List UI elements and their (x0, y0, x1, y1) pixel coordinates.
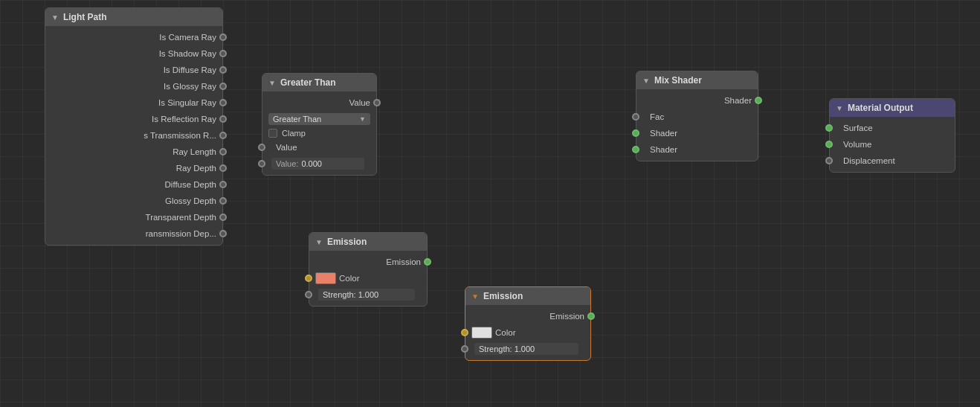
em2-strength-field[interactable]: Strength: 1.000 (474, 343, 578, 355)
gt1-dropdown-label: Greater Than (273, 115, 321, 124)
mo-body: Surface Volume Displacement (830, 117, 955, 172)
em1-row-strength: Strength: 1.000 (309, 286, 427, 303)
em1-body: Emission Color Strength: 1.000 (309, 251, 427, 306)
gt1-dropdown[interactable]: Greater Than ▼ (268, 113, 370, 125)
ms-row-shader2: Shader (636, 141, 758, 158)
lp-socket-shadow[interactable] (219, 50, 227, 57)
gt1-collapse-arrow[interactable]: ▼ (268, 79, 276, 87)
em1-socket-color[interactable] (305, 275, 312, 282)
lp-socket-camera[interactable] (219, 33, 227, 41)
gt1-socket-value-out[interactable] (373, 99, 381, 106)
ms-label-fac: Fac (650, 112, 664, 121)
node-material-output-header: ▼ Material Output (830, 99, 955, 117)
lp-label-transparentdepth: Transparent Depth (146, 213, 216, 222)
em2-strength-label: Strength: 1.000 (479, 344, 535, 353)
lp-socket-transparentdepth[interactable] (219, 214, 227, 221)
em1-color-swatch[interactable] (315, 272, 336, 284)
node-light-path-body: Is Camera Ray Is Shadow Ray Is Diffuse R… (45, 26, 222, 245)
lp-socket-transmissiondepth[interactable] (219, 230, 227, 237)
ms-socket-shader2[interactable] (632, 146, 639, 153)
node-light-path-title: Light Path (63, 12, 107, 22)
mo-socket-displacement[interactable] (825, 157, 833, 164)
em2-collapse-arrow[interactable]: ▼ (471, 292, 479, 301)
em1-title: Emission (327, 237, 367, 247)
mo-title: Material Output (848, 103, 913, 113)
mo-socket-volume[interactable] (825, 141, 833, 148)
node-emission-1: ▼ Emission Emission Color Strength: 1.00… (309, 232, 428, 307)
em2-label-color: Color (495, 328, 515, 337)
ms-row-fac: Fac (636, 109, 758, 125)
lp-socket-glossydepth[interactable] (219, 197, 227, 205)
node-emission-2: ▼ Emission Emission Color Strength: 1.00… (465, 286, 591, 361)
em2-body: Emission Color Strength: 1.000 (465, 305, 590, 360)
lp-row-glossydepth: Glossy Depth (45, 193, 222, 209)
lp-label-singular: Is Singular Ray (158, 98, 216, 107)
node-emission-1-header: ▼ Emission (309, 233, 427, 251)
lp-row-camera: Is Camera Ray (45, 29, 222, 45)
em1-socket-emission-out[interactable] (424, 258, 431, 266)
em2-socket-emission-out[interactable] (587, 313, 595, 320)
mo-collapse-arrow[interactable]: ▼ (836, 104, 843, 112)
gt1-row-value-in: Value (262, 139, 376, 156)
mo-label-volume: Volume (843, 140, 871, 149)
lp-socket-diffuse[interactable] (219, 66, 227, 74)
gt1-body: Value Greater Than ▼ Clamp Value Value: … (262, 92, 376, 175)
ms-label-shader2: Shader (650, 145, 677, 154)
em2-socket-color[interactable] (461, 329, 468, 336)
node-greater-than-1-header: ▼ Greater Than (262, 74, 376, 92)
ms-socket-shader-out[interactable] (755, 97, 762, 104)
lp-socket-glossy[interactable] (219, 83, 227, 90)
gt1-clamp-checkbox[interactable] (268, 129, 277, 138)
lp-label-diffusedepth: Diffuse Depth (165, 180, 216, 189)
ms-socket-fac[interactable] (632, 113, 639, 121)
lp-socket-raydepth[interactable] (219, 164, 227, 172)
lp-label-raydepth: Ray Depth (176, 164, 216, 173)
ms-row-shader-out: Shader (636, 92, 758, 109)
lp-label-raylength: Ray Length (173, 147, 216, 156)
lp-label-transmission: s Transmission R... (144, 131, 216, 140)
lp-row-singular: Is Singular Ray (45, 94, 222, 111)
em1-strength-field[interactable]: Strength: 1.000 (318, 289, 415, 301)
gt1-checkbox-row: Clamp (262, 127, 376, 139)
ms-collapse-arrow[interactable]: ▼ (642, 77, 650, 85)
lp-socket-raylength[interactable] (219, 148, 227, 156)
node-mix-shader: ▼ Mix Shader Shader Fac Shader Shader (636, 71, 758, 161)
ms-label-shader-out: Shader (724, 96, 752, 105)
lp-socket-transmission[interactable] (219, 132, 227, 139)
em1-socket-strength[interactable] (305, 291, 312, 298)
em2-row-strength: Strength: 1.000 (465, 341, 590, 357)
node-collapse-arrow[interactable]: ▼ (51, 13, 59, 22)
lp-label-glossydepth: Glossy Depth (165, 196, 216, 205)
lp-row-raylength: Ray Length (45, 144, 222, 160)
lp-label-camera: Is Camera Ray (159, 33, 216, 42)
em2-socket-strength[interactable] (461, 345, 468, 353)
node-greater-than-1: ▼ Greater Than Value Greater Than ▼ Clam… (262, 73, 377, 176)
lp-row-transparentdepth: Transparent Depth (45, 209, 222, 225)
gt1-dropdown-arrow: ▼ (359, 115, 366, 123)
em1-label-color: Color (339, 274, 359, 283)
em2-row-color: Color (465, 324, 590, 341)
node-mix-shader-header: ▼ Mix Shader (636, 71, 758, 89)
lp-socket-diffusedepth[interactable] (219, 181, 227, 188)
lp-socket-singular[interactable] (219, 99, 227, 106)
mo-socket-surface[interactable] (825, 124, 833, 132)
lp-row-shadow: Is Shadow Ray (45, 45, 222, 62)
em1-collapse-arrow[interactable]: ▼ (315, 238, 323, 246)
mo-row-displacement: Displacement (830, 153, 955, 169)
gt1-row-value-field: Value: 0.000 (262, 156, 376, 172)
em2-color-swatch[interactable] (471, 327, 492, 339)
lp-row-diffuse: Is Diffuse Ray (45, 62, 222, 78)
ms-socket-shader1[interactable] (632, 129, 639, 137)
mo-label-displacement: Displacement (843, 156, 895, 165)
node-emission-2-header: ▼ Emission (465, 287, 590, 305)
node-light-path-header: ▼ Light Path (45, 8, 222, 26)
lp-row-glossy: Is Glossy Ray (45, 78, 222, 94)
em2-label-emission-out: Emission (549, 312, 584, 321)
lp-socket-reflection[interactable] (219, 115, 227, 123)
gt1-socket-value-in[interactable] (258, 144, 265, 151)
lp-row-raydepth: Ray Depth (45, 160, 222, 176)
gt1-socket-value-field[interactable] (258, 160, 265, 167)
gt1-field-value: 0.000 (301, 159, 322, 168)
gt1-value-field[interactable]: Value: 0.000 (271, 158, 364, 170)
mo-label-surface: Surface (843, 124, 873, 132)
